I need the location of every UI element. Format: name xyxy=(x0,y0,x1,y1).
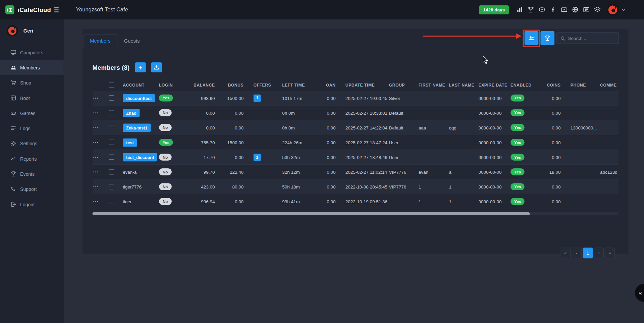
cell-balance: 17.70 xyxy=(194,150,225,164)
cell-left_time: 101h 17m xyxy=(282,91,326,105)
row-actions-icon[interactable]: ··· xyxy=(93,124,99,130)
account-button[interactable]: test_discount xyxy=(123,153,157,161)
column-header-group[interactable]: GROUP xyxy=(389,79,419,91)
pagination-first[interactable]: « xyxy=(560,248,570,258)
layers-icon[interactable] xyxy=(594,6,601,13)
cell-group: VIP7776 xyxy=(389,165,419,179)
column-header-login[interactable]: LOGIN xyxy=(159,79,194,91)
cell-loan: 0.00 xyxy=(326,150,345,164)
cell-phone xyxy=(571,106,600,120)
user-avatar[interactable] xyxy=(7,25,18,37)
row-actions-icon[interactable]: ··· xyxy=(93,110,99,116)
column-header-first_name[interactable]: FIRST NAME xyxy=(419,79,449,91)
sidebar-item-settings[interactable]: Settings xyxy=(0,136,64,151)
pagination-page-1[interactable]: 1 xyxy=(583,248,593,258)
sidebar-user: Geri xyxy=(0,19,64,45)
column-header-loan[interactable]: LOAN xyxy=(326,79,345,91)
pagination-last[interactable]: » xyxy=(605,248,615,258)
column-header-update_time[interactable]: UPDATE TIME xyxy=(345,79,389,91)
tab-members[interactable]: Members xyxy=(83,35,117,47)
account-button[interactable]: Zeka-test1 xyxy=(123,123,151,131)
login-badge: Yes xyxy=(159,95,173,102)
cell-bonus: 0.00 xyxy=(225,194,254,209)
column-header-coins[interactable]: COINS xyxy=(547,79,571,91)
column-header-phone[interactable]: PHONE xyxy=(571,79,600,91)
days-badge[interactable]: 1428 days xyxy=(479,5,509,14)
sidebar-item-games[interactable]: Games xyxy=(0,106,64,121)
settings-icon xyxy=(10,141,16,147)
account-button[interactable]: test xyxy=(123,138,137,146)
avatar[interactable] xyxy=(607,3,619,16)
offers-badge[interactable]: 1 xyxy=(254,94,261,102)
cell-last_name xyxy=(449,91,478,105)
row-checkbox[interactable] xyxy=(109,184,114,190)
row-checkbox[interactable] xyxy=(109,140,114,145)
member-groups-button[interactable] xyxy=(525,31,539,45)
search-input[interactable] xyxy=(568,36,615,41)
tab-guests[interactable]: Guests xyxy=(117,35,146,47)
invoice-icon[interactable] xyxy=(583,6,590,13)
trophy-icon[interactable] xyxy=(527,6,534,13)
row-checkbox[interactable] xyxy=(109,169,114,174)
row-checkbox[interactable] xyxy=(109,110,114,115)
column-header-offers[interactable]: OFFERS xyxy=(254,79,282,91)
row-actions-icon[interactable]: ··· xyxy=(93,198,99,204)
column-header-last_name[interactable]: LAST NAME xyxy=(449,79,478,91)
row-checkbox[interactable] xyxy=(109,154,114,160)
scrollbar-thumb[interactable] xyxy=(93,212,530,215)
discord-icon[interactable] xyxy=(538,6,545,13)
sidebar-item-logs[interactable]: Logs xyxy=(0,121,64,136)
account-button[interactable]: Zhao xyxy=(123,109,140,117)
chevron-down-icon[interactable] xyxy=(621,7,626,12)
cell-group: Default xyxy=(389,106,419,120)
row-checkbox[interactable] xyxy=(109,199,114,204)
export-button[interactable] xyxy=(151,62,162,72)
column-header-account[interactable]: ACCOUNT xyxy=(123,79,159,91)
account-button[interactable]: discounttest xyxy=(123,94,155,102)
member-awards-button[interactable] xyxy=(540,31,554,45)
sidebar-item-events[interactable]: Events xyxy=(0,166,64,181)
add-member-button[interactable]: + xyxy=(135,62,146,72)
column-header-bonus[interactable]: BONUS xyxy=(225,79,254,91)
cell-update_time: 2025-02-27 18:33:01 xyxy=(345,106,389,120)
sidebar-item-support[interactable]: Support xyxy=(0,181,64,197)
cell-phone xyxy=(571,179,600,194)
row-actions-icon[interactable]: ··· xyxy=(93,183,99,190)
youtube-icon[interactable] xyxy=(560,6,568,13)
row-actions-icon[interactable]: ··· xyxy=(93,139,99,145)
cell-coins: 0.00 xyxy=(547,91,571,105)
column-header-expire_date[interactable]: EXPIRE DATE xyxy=(479,79,511,91)
sidebar-item-shop[interactable]: Shop xyxy=(0,75,64,90)
select-all-checkbox[interactable] xyxy=(109,83,114,88)
stats-icon[interactable] xyxy=(516,6,523,13)
sidebar-item-reports[interactable]: Reports xyxy=(0,151,64,166)
row-checkbox[interactable] xyxy=(109,125,114,130)
cell-enabled: Yes xyxy=(511,135,547,150)
row-actions-icon[interactable]: ··· xyxy=(93,169,99,175)
sidebar-item-boot[interactable]: Boot xyxy=(0,90,64,105)
column-header-enabled[interactable]: ENABLED xyxy=(511,79,547,91)
menu-icon[interactable] xyxy=(54,7,59,12)
column-header-balance[interactable]: BALANCE xyxy=(194,79,225,91)
row-actions-icon[interactable]: ··· xyxy=(93,154,99,160)
sidebar-item-members[interactable]: Members xyxy=(0,60,64,75)
cell-offers xyxy=(254,106,282,120)
row-actions-icon[interactable]: ··· xyxy=(93,95,99,101)
offers-badge[interactable]: 1 xyxy=(254,153,261,161)
row-checkbox[interactable] xyxy=(109,95,114,101)
enabled-badge: Yes xyxy=(511,139,525,146)
topbar-icons xyxy=(516,6,601,13)
pagination-prev[interactable]: ‹ xyxy=(572,248,582,258)
sidebar-item-computers[interactable]: Computers xyxy=(0,45,64,60)
cell-phone xyxy=(571,194,600,209)
cell-bonus: 0.00 xyxy=(225,120,254,135)
column-header-comment[interactable]: COMME xyxy=(600,79,619,91)
column-header-left_time[interactable]: LEFT TIME xyxy=(282,79,326,91)
header-actions xyxy=(93,79,109,91)
cell-group: Silver xyxy=(389,91,419,105)
cell-loan: 0.00 xyxy=(326,135,345,150)
pagination-next[interactable]: › xyxy=(594,248,604,258)
sidebar-item-logout[interactable]: Logout xyxy=(0,197,64,212)
facebook-icon[interactable] xyxy=(549,6,556,13)
globe-icon[interactable] xyxy=(572,6,579,13)
